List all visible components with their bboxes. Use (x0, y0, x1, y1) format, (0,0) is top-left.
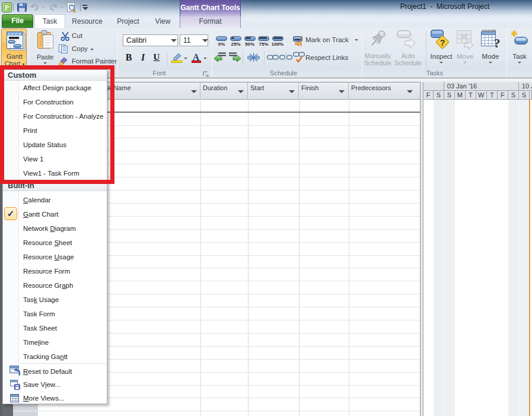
svg-text:?: ? (494, 36, 501, 50)
svg-text:?: ? (440, 38, 445, 47)
svg-text:P: P (5, 4, 9, 12)
